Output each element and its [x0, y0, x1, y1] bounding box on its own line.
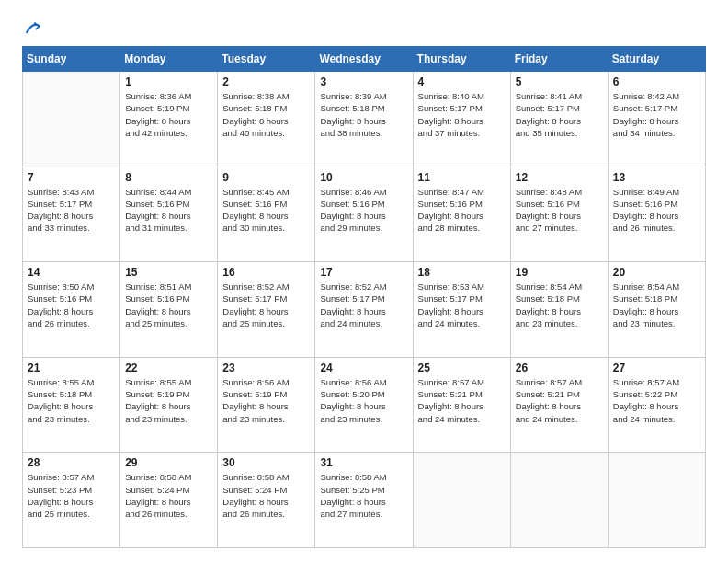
- day-info: Sunrise: 8:54 AM Sunset: 5:18 PM Dayligh…: [516, 281, 603, 329]
- day-info: Sunrise: 8:52 AM Sunset: 5:17 PM Dayligh…: [222, 281, 310, 329]
- calendar-cell: [413, 453, 510, 548]
- day-number: 21: [28, 362, 115, 374]
- calendar-week-row: 21Sunrise: 8:55 AM Sunset: 5:18 PM Dayli…: [23, 357, 706, 453]
- calendar-cell: 6Sunrise: 8:42 AM Sunset: 5:17 PM Daylig…: [608, 72, 705, 167]
- calendar-cell: 11Sunrise: 8:47 AM Sunset: 5:16 PM Dayli…: [413, 167, 510, 262]
- day-number: 17: [320, 266, 407, 279]
- day-of-week-header: Wednesday: [315, 47, 413, 72]
- day-number: 14: [28, 266, 115, 279]
- calendar-cell: 15Sunrise: 8:51 AM Sunset: 5:16 PM Dayli…: [120, 262, 218, 358]
- calendar-cell: 23Sunrise: 8:56 AM Sunset: 5:19 PM Dayli…: [218, 357, 315, 453]
- calendar-cell: 5Sunrise: 8:41 AM Sunset: 5:17 PM Daylig…: [510, 72, 608, 167]
- day-info: Sunrise: 8:43 AM Sunset: 5:17 PM Dayligh…: [28, 186, 115, 235]
- day-info: Sunrise: 8:56 AM Sunset: 5:19 PM Dayligh…: [222, 376, 310, 425]
- calendar-cell: 9Sunrise: 8:45 AM Sunset: 5:16 PM Daylig…: [218, 167, 315, 262]
- calendar-cell: 25Sunrise: 8:57 AM Sunset: 5:21 PM Dayli…: [413, 357, 510, 453]
- calendar-cell: 10Sunrise: 8:46 AM Sunset: 5:16 PM Dayli…: [315, 167, 413, 262]
- day-info: Sunrise: 8:58 AM Sunset: 5:25 PM Dayligh…: [320, 471, 407, 520]
- calendar-cell: [608, 453, 705, 548]
- day-info: Sunrise: 8:46 AM Sunset: 5:16 PM Dayligh…: [320, 186, 407, 235]
- day-info: Sunrise: 8:58 AM Sunset: 5:24 PM Dayligh…: [222, 471, 310, 520]
- day-info: Sunrise: 8:49 AM Sunset: 5:16 PM Dayligh…: [613, 186, 700, 235]
- calendar-cell: 3Sunrise: 8:39 AM Sunset: 5:18 PM Daylig…: [315, 72, 413, 167]
- day-number: 9: [222, 171, 310, 184]
- day-info: Sunrise: 8:55 AM Sunset: 5:18 PM Dayligh…: [28, 376, 115, 425]
- page: SundayMondayTuesdayWednesdayThursdayFrid…: [0, 0, 728, 563]
- day-number: 13: [613, 171, 700, 184]
- calendar-cell: 28Sunrise: 8:57 AM Sunset: 5:23 PM Dayli…: [23, 453, 120, 548]
- day-number: 1: [125, 75, 212, 88]
- calendar-cell: 4Sunrise: 8:40 AM Sunset: 5:17 PM Daylig…: [413, 72, 510, 167]
- day-number: 18: [418, 266, 506, 279]
- day-info: Sunrise: 8:57 AM Sunset: 5:23 PM Dayligh…: [28, 471, 115, 520]
- calendar-cell: 31Sunrise: 8:58 AM Sunset: 5:25 PM Dayli…: [315, 453, 413, 548]
- day-number: 7: [28, 171, 115, 184]
- day-number: 8: [125, 171, 212, 184]
- calendar-header-row: SundayMondayTuesdayWednesdayThursdayFrid…: [23, 47, 706, 72]
- day-number: 6: [613, 75, 700, 88]
- calendar-cell: [510, 453, 608, 548]
- day-of-week-header: Monday: [120, 47, 218, 72]
- calendar-cell: 30Sunrise: 8:58 AM Sunset: 5:24 PM Dayli…: [218, 453, 315, 548]
- calendar-cell: 17Sunrise: 8:52 AM Sunset: 5:17 PM Dayli…: [315, 262, 413, 358]
- day-info: Sunrise: 8:47 AM Sunset: 5:16 PM Dayligh…: [418, 186, 506, 235]
- day-number: 25: [418, 362, 506, 374]
- calendar-cell: 18Sunrise: 8:53 AM Sunset: 5:17 PM Dayli…: [413, 262, 510, 358]
- calendar-table: SundayMondayTuesdayWednesdayThursdayFrid…: [22, 46, 706, 548]
- day-info: Sunrise: 8:56 AM Sunset: 5:20 PM Dayligh…: [320, 376, 407, 425]
- day-number: 5: [516, 75, 603, 88]
- logo: [22, 18, 42, 37]
- calendar-cell: 20Sunrise: 8:54 AM Sunset: 5:18 PM Dayli…: [608, 262, 705, 358]
- day-info: Sunrise: 8:55 AM Sunset: 5:19 PM Dayligh…: [125, 376, 212, 425]
- day-of-week-header: Tuesday: [218, 47, 315, 72]
- day-info: Sunrise: 8:58 AM Sunset: 5:24 PM Dayligh…: [125, 471, 212, 520]
- day-info: Sunrise: 8:53 AM Sunset: 5:17 PM Dayligh…: [418, 281, 506, 329]
- day-of-week-header: Thursday: [413, 47, 510, 72]
- day-info: Sunrise: 8:45 AM Sunset: 5:16 PM Dayligh…: [222, 186, 310, 235]
- day-info: Sunrise: 8:54 AM Sunset: 5:18 PM Dayligh…: [613, 281, 700, 329]
- calendar-cell: 22Sunrise: 8:55 AM Sunset: 5:19 PM Dayli…: [120, 357, 218, 453]
- day-number: 19: [516, 266, 603, 279]
- calendar-cell: 8Sunrise: 8:44 AM Sunset: 5:16 PM Daylig…: [120, 167, 218, 262]
- calendar-week-row: 1Sunrise: 8:36 AM Sunset: 5:19 PM Daylig…: [23, 72, 706, 167]
- day-number: 16: [222, 266, 310, 279]
- day-number: 3: [320, 75, 407, 88]
- day-info: Sunrise: 8:57 AM Sunset: 5:21 PM Dayligh…: [418, 376, 506, 425]
- day-number: 15: [125, 266, 212, 279]
- calendar-week-row: 14Sunrise: 8:50 AM Sunset: 5:16 PM Dayli…: [23, 262, 706, 358]
- day-number: 28: [28, 456, 115, 469]
- day-number: 20: [613, 266, 700, 279]
- day-info: Sunrise: 8:40 AM Sunset: 5:17 PM Dayligh…: [418, 90, 506, 139]
- day-info: Sunrise: 8:57 AM Sunset: 5:22 PM Dayligh…: [613, 376, 700, 425]
- calendar-cell: 7Sunrise: 8:43 AM Sunset: 5:17 PM Daylig…: [23, 167, 120, 262]
- day-info: Sunrise: 8:51 AM Sunset: 5:16 PM Dayligh…: [125, 281, 212, 329]
- day-info: Sunrise: 8:48 AM Sunset: 5:16 PM Dayligh…: [516, 186, 603, 235]
- day-number: 11: [418, 171, 506, 184]
- day-number: 22: [125, 362, 212, 374]
- day-of-week-header: Friday: [510, 47, 608, 72]
- calendar-week-row: 7Sunrise: 8:43 AM Sunset: 5:17 PM Daylig…: [23, 167, 706, 262]
- calendar-cell: 12Sunrise: 8:48 AM Sunset: 5:16 PM Dayli…: [510, 167, 608, 262]
- day-number: 27: [613, 362, 700, 374]
- day-number: 24: [320, 362, 407, 374]
- day-info: Sunrise: 8:57 AM Sunset: 5:21 PM Dayligh…: [516, 376, 603, 425]
- logo-icon: [24, 18, 42, 37]
- day-number: 2: [222, 75, 310, 88]
- day-number: 31: [320, 456, 407, 469]
- calendar-cell: 13Sunrise: 8:49 AM Sunset: 5:16 PM Dayli…: [608, 167, 705, 262]
- calendar-cell: 14Sunrise: 8:50 AM Sunset: 5:16 PM Dayli…: [23, 262, 120, 358]
- day-number: 26: [516, 362, 603, 374]
- day-number: 29: [125, 456, 212, 469]
- day-info: Sunrise: 8:44 AM Sunset: 5:16 PM Dayligh…: [125, 186, 212, 235]
- calendar-cell: 27Sunrise: 8:57 AM Sunset: 5:22 PM Dayli…: [608, 357, 705, 453]
- day-number: 30: [222, 456, 310, 469]
- day-info: Sunrise: 8:36 AM Sunset: 5:19 PM Dayligh…: [125, 90, 212, 139]
- day-number: 10: [320, 171, 407, 184]
- calendar-cell: 2Sunrise: 8:38 AM Sunset: 5:18 PM Daylig…: [218, 72, 315, 167]
- day-number: 12: [516, 171, 603, 184]
- day-of-week-header: Saturday: [608, 47, 705, 72]
- day-info: Sunrise: 8:52 AM Sunset: 5:17 PM Dayligh…: [320, 281, 407, 329]
- calendar-cell: 16Sunrise: 8:52 AM Sunset: 5:17 PM Dayli…: [218, 262, 315, 358]
- day-info: Sunrise: 8:42 AM Sunset: 5:17 PM Dayligh…: [613, 90, 700, 139]
- calendar-cell: 26Sunrise: 8:57 AM Sunset: 5:21 PM Dayli…: [510, 357, 608, 453]
